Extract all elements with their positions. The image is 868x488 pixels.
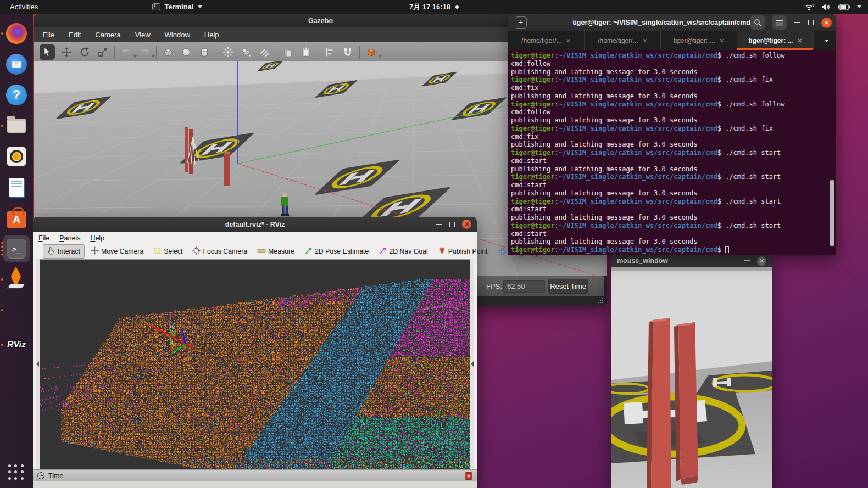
right-panel-collapsed-splitter[interactable] <box>470 259 474 469</box>
terminal-output-line: publishing and latching message for 3.0 … <box>511 68 836 76</box>
maximize-icon[interactable] <box>449 222 455 227</box>
rotate-icon[interactable] <box>78 46 91 59</box>
tool-2d-nav-goal[interactable]: 2D Nav Goal <box>375 245 431 258</box>
terminal-tab[interactable]: /home/tiger/...× <box>508 31 585 50</box>
expand-left-panel-icon[interactable] <box>36 361 39 367</box>
toolbar-separator <box>114 46 115 59</box>
new-tab-icon[interactable] <box>515 16 527 29</box>
time-panel-header[interactable]: Time ● <box>33 469 477 481</box>
dock-item-gazebo[interactable] <box>0 264 33 295</box>
scale-icon[interactable] <box>96 46 109 59</box>
minimize-icon[interactable] <box>744 260 750 261</box>
tool-move-camera[interactable]: Move Camera <box>87 245 147 258</box>
dock-item-libreoffice-writer[interactable] <box>0 172 33 203</box>
menu-item-help[interactable]: Help <box>90 234 104 242</box>
close-icon[interactable]: ✕ <box>821 18 832 28</box>
dock-item-help[interactable]: ? <box>0 80 33 110</box>
align-icon[interactable] <box>323 46 336 59</box>
dock-item-terminal[interactable]: >_ <box>0 233 33 264</box>
activities-button[interactable]: Activities <box>0 3 48 11</box>
menu-item-view[interactable]: View <box>135 31 151 39</box>
terminal-output-line: publishing and latching message for 3.0 … <box>511 214 836 222</box>
maximize-icon[interactable] <box>808 20 814 25</box>
tool-label: Focus Camera <box>203 248 247 255</box>
tool-2d-pose-estimate[interactable]: 2D Pose Estimate <box>301 245 372 258</box>
close-icon[interactable]: ✕ <box>757 256 766 266</box>
snap-icon[interactable] <box>341 46 354 59</box>
tab-close-icon[interactable]: × <box>720 36 724 45</box>
chevron-down-icon <box>133 55 137 58</box>
box-icon[interactable] <box>162 46 175 59</box>
rviz-3d-viewport[interactable] <box>36 259 474 469</box>
tool-label: Interact <box>58 248 80 255</box>
dock-item-thunderbird[interactable] <box>0 49 33 80</box>
terminal-output-line: publishing and latching message for 3.0 … <box>511 238 836 246</box>
spot-light-icon[interactable] <box>240 46 253 59</box>
system-status-area[interactable]: ? <box>805 3 868 11</box>
terminal-output-line: cmd:fix <box>511 133 836 141</box>
menu-icon[interactable] <box>772 15 787 30</box>
terminal-tab[interactable]: tiger@tiger: ...× <box>737 31 814 50</box>
tabs-chevron-down-icon[interactable] <box>817 31 836 50</box>
close-icon[interactable]: ✕ <box>462 220 471 229</box>
dock-item-show-applications[interactable] <box>0 457 33 488</box>
tool-interact[interactable]: Interact <box>43 244 85 259</box>
tool-measure[interactable]: Measure <box>253 245 298 258</box>
dock-item-ubuntu-software[interactable]: A <box>0 203 33 233</box>
minimize-icon[interactable] <box>794 22 800 23</box>
left-panel-collapsed-splitter[interactable] <box>36 259 40 469</box>
tool-publish-point[interactable]: Publish Point <box>434 245 492 258</box>
tab-close-icon[interactable]: × <box>566 36 571 45</box>
undo-icon[interactable] <box>120 46 133 59</box>
terminal-tab[interactable]: /home/tiger/...× <box>585 31 661 50</box>
hidden-app-icon <box>7 300 26 320</box>
menu-item-panels[interactable]: Panels <box>59 234 80 242</box>
mouse-window-image[interactable] <box>611 267 772 488</box>
dock-item-hidden-app[interactable] <box>0 295 33 326</box>
mouse-window-titlebar[interactable]: mouse_window ✕ <box>611 254 772 267</box>
menu-item-camera[interactable]: Camera <box>95 31 120 39</box>
menu-item-file[interactable]: File <box>38 234 49 242</box>
sphere-icon[interactable] <box>180 46 193 59</box>
tool-focus-camera[interactable]: Focus Camera <box>188 245 251 258</box>
terminal-scrollbar[interactable] <box>830 180 834 246</box>
dock-item-files[interactable] <box>0 110 33 141</box>
plus-icon[interactable] <box>496 246 509 257</box>
directional-light-icon[interactable] <box>258 46 271 59</box>
expand-right-panel-icon[interactable] <box>471 361 474 367</box>
dock-item-rhythmbox[interactable] <box>0 141 33 172</box>
insert-model-icon[interactable] <box>365 46 378 59</box>
clock[interactable]: 7月 17 16:18 <box>409 2 459 12</box>
menu-item-help[interactable]: Help <box>204 31 219 39</box>
copy-icon[interactable] <box>281 46 294 59</box>
reset-time-button[interactable]: Reset Time <box>548 279 588 294</box>
dock-item-rviz[interactable]: RViz <box>0 326 33 364</box>
terminal-titlebar[interactable]: tiger@tiger: ~/VISIM_single/catkin_ws/sr… <box>508 14 836 31</box>
app-menu[interactable]: Terminal <box>152 3 202 11</box>
cursor-select-icon[interactable] <box>40 44 55 60</box>
tab-close-icon[interactable]: × <box>643 36 647 45</box>
time-panel-close-icon[interactable]: ● <box>465 472 472 480</box>
terminal-tab[interactable]: tiger@tiger: ...× <box>661 31 737 50</box>
translate-icon[interactable] <box>60 46 73 59</box>
toolbar-separator <box>216 46 216 59</box>
search-icon[interactable] <box>750 15 765 30</box>
menu-item-file[interactable]: File <box>43 31 54 39</box>
cylinder-icon[interactable] <box>198 46 211 59</box>
redo-icon[interactable] <box>138 46 151 59</box>
gazebo-icon <box>7 271 26 288</box>
dock-item-firefox[interactable] <box>0 18 33 49</box>
point-light-icon[interactable] <box>221 46 235 59</box>
tab-close-icon[interactable]: × <box>797 36 802 45</box>
resize-grip-icon[interactable] <box>597 297 604 304</box>
gnome-topbar: Activities Terminal 7月 17 16:18 ? <box>0 0 868 14</box>
rviz-pointcloud-canvas[interactable] <box>40 260 473 470</box>
minimize-icon[interactable] <box>436 224 442 225</box>
terminal-output[interactable]: tiger@tiger:~/VISIM_single/catkin_ws/src… <box>508 50 836 255</box>
mw-red-pillar-1 <box>647 318 671 488</box>
rviz-titlebar[interactable]: default.rviz* - RViz ✕ <box>33 217 477 232</box>
tool-select[interactable]: Select <box>149 245 186 258</box>
menu-item-window[interactable]: Window <box>165 31 190 39</box>
paste-icon[interactable] <box>299 46 313 59</box>
menu-item-edit[interactable]: Edit <box>69 31 81 39</box>
